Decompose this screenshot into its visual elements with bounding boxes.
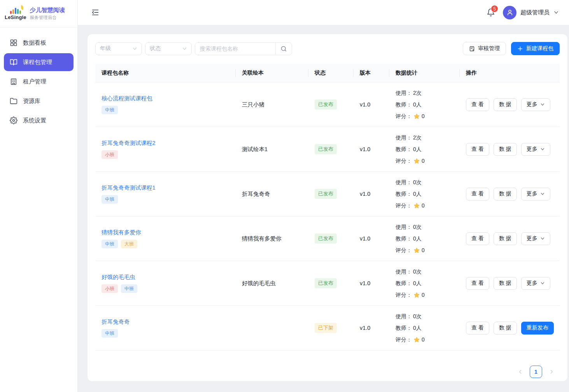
stat-teachers: 教师：0人 [396,188,460,200]
data-button[interactable]: 数 据 [494,188,517,200]
package-name-link[interactable]: 核心流程测试课程包 [102,95,152,102]
more-button[interactable]: 更多 [521,232,550,245]
logo-text: LeSingle [5,14,26,20]
stat-usage: 使用：0次 [396,310,460,322]
sidebar-item-3[interactable]: 租户管理 [4,73,74,91]
view-button[interactable]: 查 看 [466,322,489,335]
gear-icon [10,117,18,124]
chevron-down-icon [540,281,545,286]
top-bar: 5 超级管理员 [78,0,569,25]
table-row: 猜猜我有多爱你中班大班猜猜我有多爱你已发布v1.0使用：0次教师：0人评分：0查… [95,216,560,261]
table-body: 核心流程测试课程包中班三只小猪已发布v1.0使用：2次教师：0人评分：0查 看数… [95,82,560,350]
view-button[interactable]: 查 看 [466,188,489,200]
building-icon [10,78,18,85]
filter-toolbar: 年级 状态 [95,42,560,55]
table-row: 折耳兔奇奇中班已下架v1.0使用：0次教师：0人评分：0查 看数 据重新发布 [95,306,560,350]
status-badge: 已发布 [315,278,337,288]
search-box [195,42,292,55]
menu-fold-icon[interactable] [91,8,100,17]
column-header-book: 关联绘本 [236,70,308,77]
stat-rating: 评分：0 [396,110,460,122]
sidebar-item-label: 系统设置 [23,117,46,124]
chevron-down-icon [182,46,187,51]
table-row: 好饿的毛毛虫小班中班好饿的毛毛虫已发布v1.0使用：0次教师：0人评分：0查 看… [95,261,560,306]
chevron-down-icon [540,147,545,152]
republish-button[interactable]: 重新发布 [521,322,554,335]
stat-teachers: 教师：0人 [396,99,460,110]
status-filter-select[interactable]: 状态 [145,42,192,55]
table-header: 课程包名称 关联绘本 状态 版本 数据统计 操作 [95,64,560,82]
data-button[interactable]: 数 据 [494,143,517,156]
view-button[interactable]: 查 看 [466,143,489,156]
stat-usage: 使用：2次 [396,132,460,143]
status-badge: 已发布 [315,99,337,110]
user-menu[interactable]: 超级管理员 [503,6,559,19]
data-button[interactable]: 数 据 [494,277,517,290]
grade-tag: 中班 [102,106,118,114]
stat-rating: 评分：0 [396,289,460,301]
version-cell: v1.0 [360,235,370,242]
data-button[interactable]: 数 据 [494,322,517,335]
more-button[interactable]: 更多 [521,143,550,156]
prev-page-icon[interactable] [518,369,523,375]
stat-rating: 评分：0 [396,334,460,345]
review-management-button[interactable]: 审核管理 [463,42,506,55]
column-header-actions: 操作 [460,70,560,77]
search-icon[interactable] [275,43,292,55]
stat-usage: 使用：0次 [396,176,460,188]
column-header-version: 版本 [354,70,389,77]
brand-block: LeSingle 少儿智慧阅读 服务管理后台 [0,0,77,28]
search-input[interactable] [195,43,275,55]
plus-icon [517,46,523,52]
view-button[interactable]: 查 看 [466,277,489,290]
grade-filter-placeholder: 年级 [100,45,111,52]
package-name-link[interactable]: 好饿的毛毛虫 [102,274,135,281]
status-badge: 已发布 [315,144,337,154]
column-header-name: 课程包名称 [95,70,236,77]
sidebar-item-label: 资源库 [23,98,40,105]
sidebar-item-5[interactable]: 系统设置 [4,112,74,129]
data-button[interactable]: 数 据 [494,98,517,111]
notification-bell-icon[interactable]: 5 [487,8,495,17]
lesingle-logo-icon: LeSingle [5,7,26,20]
sidebar-item-2[interactable]: 课程包管理 [4,53,74,71]
book-cell: 三只小猪 [242,101,264,108]
more-button[interactable]: 更多 [521,277,550,290]
create-package-button[interactable]: 新建课程包 [511,42,560,55]
more-button[interactable]: 更多 [521,98,550,111]
sidebar-item-1[interactable]: 数据看板 [4,34,74,52]
sidebar-item-label: 课程包管理 [23,59,52,66]
data-button[interactable]: 数 据 [494,232,517,245]
notification-badge: 5 [491,5,498,12]
view-button[interactable]: 查 看 [466,98,489,111]
stat-usage: 使用：2次 [396,87,460,99]
status-badge: 已发布 [315,233,337,244]
version-cell: v1.0 [360,280,370,286]
book-cell: 猜猜我有多爱你 [242,235,282,242]
package-name-link[interactable]: 折耳兔奇奇测试课程1 [102,184,156,192]
status-badge: 已下架 [315,323,337,333]
version-cell: v1.0 [360,325,370,331]
book-cell: 好饿的毛毛虫 [242,280,276,286]
dashboard-icon [10,39,18,47]
pagination: 1 [95,356,560,381]
book-cell: 折耳兔奇奇 [242,191,270,197]
package-name-link[interactable]: 猜猜我有多爱你 [102,229,141,236]
sidebar-item-4[interactable]: 资源库 [4,92,74,110]
grade-filter-select[interactable]: 年级 [95,42,142,55]
grade-tag: 中班 [102,195,118,204]
stat-rating: 评分：0 [396,155,460,167]
package-name-link[interactable]: 折耳兔奇奇 [102,318,130,326]
more-button[interactable]: 更多 [521,188,550,200]
table-row: 折耳兔奇奇测试课程1中班折耳兔奇奇已发布v1.0使用：0次教师：0人评分：0查 … [95,172,560,216]
chevron-down-icon [553,10,559,15]
grade-tag: 大班 [121,240,137,248]
package-name-link[interactable]: 折耳兔奇奇测试课程2 [102,139,156,147]
course-package-table: 课程包名称 关联绘本 状态 版本 数据统计 操作 核心流程测试课程包中班三只小猪… [95,64,560,356]
sidebar-item-label: 租户管理 [23,78,46,85]
chevron-down-icon [132,46,137,51]
page-number-1[interactable]: 1 [530,366,542,378]
next-page-icon[interactable] [549,369,554,375]
view-button[interactable]: 查 看 [466,232,489,245]
status-filter-placeholder: 状态 [150,45,161,52]
